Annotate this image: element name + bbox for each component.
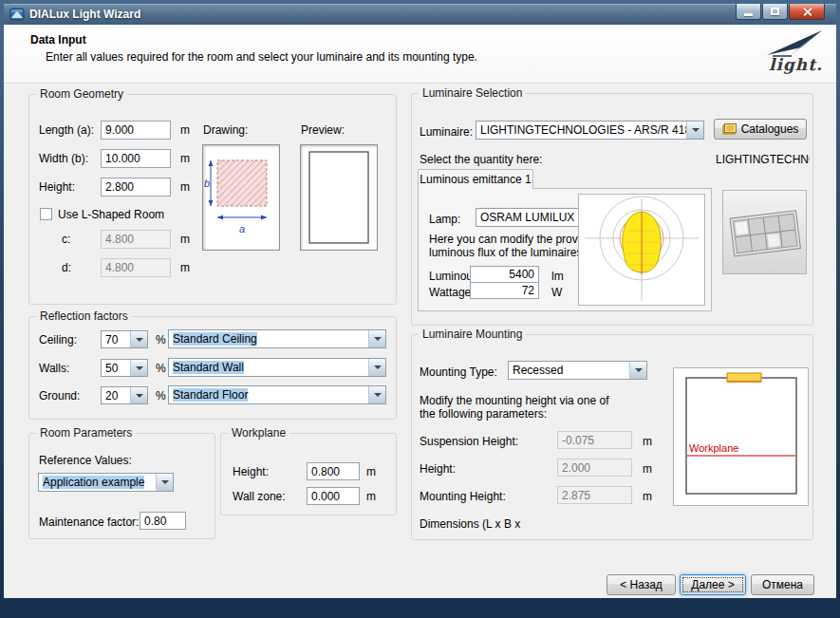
width-unit: m [180, 152, 190, 165]
mounting-hint-line2: the following parameters: [420, 407, 547, 421]
workplane-preview-label: Workplane [689, 442, 738, 454]
length-label: Length (a): [39, 123, 94, 137]
height-label: Height: [39, 180, 75, 194]
mounting-height-input [557, 486, 632, 504]
page-subtitle: Enter all values required for the room a… [46, 50, 477, 64]
d-label: d: [62, 261, 71, 274]
close-button[interactable] [789, 4, 825, 20]
dimensions-text: Dimensions (L x B x [420, 517, 520, 531]
ceiling-percent-combo[interactable]: 70 [101, 330, 148, 348]
use-l-shaped-room-checkbox[interactable] [40, 208, 52, 220]
maintenance-factor-input[interactable] [140, 512, 186, 530]
titlebar[interactable]: DIALux Light Wizard [4, 4, 836, 25]
walls-preset-combo[interactable]: Standard Wall [168, 358, 386, 377]
chevron-down-icon [156, 474, 173, 491]
workplane-height-unit: m [366, 465, 376, 478]
maintenance-factor-label: Maintenance factor: [39, 515, 139, 529]
d-input [101, 258, 171, 277]
luminaire-combo[interactable]: LIGHTINGTECHNOLOGIES - ARS/R 418 [476, 121, 704, 140]
ground-percent-value: 20 [102, 387, 130, 403]
room-geometry-title: Room Geometry [36, 87, 127, 101]
next-button[interactable]: Далее > [680, 574, 746, 595]
back-button[interactable]: < Назад [607, 574, 676, 595]
wall-zone-input[interactable] [307, 487, 360, 505]
walls-percent-sign: % [156, 362, 166, 375]
mounting-height-label: Mounting Height: [420, 490, 506, 503]
luminaire-photo [722, 190, 807, 274]
width-input[interactable] [101, 149, 171, 168]
window-title: DIALux Light Wizard [29, 8, 140, 21]
height-unit: m [180, 180, 190, 194]
wattage-label: Wattage: [429, 286, 475, 299]
flux-hint-line2: luminous flux of the luminaires: [429, 246, 586, 259]
dialux-wizard-window: DIALux Light Wizard Data Input Enter all… [0, 0, 840, 618]
catalogues-button[interactable]: Catalogues [714, 119, 807, 140]
catalogues-button-label: Catalogues [741, 122, 799, 136]
luminous-flux-input[interactable] [470, 266, 539, 283]
manufacturer-text: LIGHTINGTECHNO [716, 153, 810, 166]
light-logo-text: light. [769, 55, 823, 74]
ground-preset-value: Standard Floor [169, 386, 368, 403]
chevron-down-icon [130, 360, 147, 376]
height-input[interactable] [101, 178, 171, 197]
ceiling-preset-value: Standard Ceiling [169, 330, 368, 347]
length-unit: m [180, 123, 190, 137]
c-input [101, 230, 171, 249]
reference-values-label: Reference Values: [39, 454, 132, 467]
ground-label: Ground: [39, 389, 80, 403]
wall-zone-unit: m [366, 490, 376, 503]
ground-percent-sign: % [156, 389, 166, 403]
minimize-button[interactable] [736, 4, 761, 20]
workplane-title: Workplane [228, 426, 289, 440]
wattage-input[interactable] [470, 282, 539, 299]
flux-hint-line1: Here you can modify the provided [429, 233, 599, 246]
mounting-type-combo[interactable]: Recessed [508, 361, 647, 380]
wattage-unit: W [551, 286, 562, 299]
chevron-down-icon [686, 122, 703, 139]
lamp-value: OSRAM LUMILUX L 18 [476, 209, 590, 226]
lamp-label: Lamp: [429, 213, 460, 226]
room-drawing-image: b a [202, 144, 280, 251]
luminous-flux-unit: lm [551, 270, 564, 283]
tab-luminous-emittance-1[interactable]: Luminous emittance 1 [418, 169, 533, 189]
cancel-button-label: Отмена [762, 578, 803, 591]
reference-values-combo[interactable]: Application example [38, 473, 174, 492]
walls-percent-value: 50 [102, 360, 130, 376]
ground-preset-combo[interactable]: Standard Floor [168, 385, 386, 404]
ceiling-percent-sign: % [156, 333, 166, 346]
catalogue-book-icon [722, 123, 737, 136]
suspension-height-label: Suspension Height: [420, 435, 518, 448]
mounting-height2-unit: m [643, 462, 652, 476]
c-label: c: [62, 233, 70, 246]
c-unit: m [180, 233, 190, 246]
room-preview-image [300, 144, 378, 251]
mounting-preview-image: Workplane [673, 367, 809, 506]
ceiling-label: Ceiling: [39, 333, 77, 346]
mounting-height-unit: m [643, 490, 652, 503]
luminaire-value: LIGHTINGTECHNOLOGIES - ARS/R 418 [476, 122, 686, 139]
walls-percent-combo[interactable]: 50 [101, 359, 148, 377]
ceiling-percent-value: 70 [102, 331, 130, 347]
maximize-button[interactable] [762, 4, 788, 20]
mounting-hint-line1: Modify the mounting height via one of [420, 394, 608, 407]
caption-buttons [736, 4, 825, 20]
app-icon [9, 7, 25, 22]
minimize-icon [744, 13, 753, 16]
room-parameters-title: Room Parameters [36, 426, 136, 440]
workplane-height-input[interactable] [307, 462, 360, 480]
workplane-height-label: Height: [233, 465, 269, 478]
ground-percent-combo[interactable]: 20 [101, 386, 148, 404]
luminaire-selection-title: Luminaire Selection [419, 86, 526, 100]
length-input[interactable] [101, 121, 171, 140]
mounting-height2-input [557, 459, 632, 477]
maximize-icon [771, 8, 779, 15]
walls-preset-value: Standard Wall [169, 359, 368, 376]
chevron-down-icon [368, 386, 385, 403]
drawing-label: Drawing: [203, 123, 248, 137]
cancel-button[interactable]: Отмена [751, 574, 814, 595]
ceiling-preset-combo[interactable]: Standard Ceiling [168, 329, 386, 348]
width-label: Width (b): [39, 152, 88, 165]
suspension-height-input [557, 431, 632, 449]
chevron-down-icon [130, 387, 147, 403]
reference-values-value: Application example [39, 474, 156, 491]
